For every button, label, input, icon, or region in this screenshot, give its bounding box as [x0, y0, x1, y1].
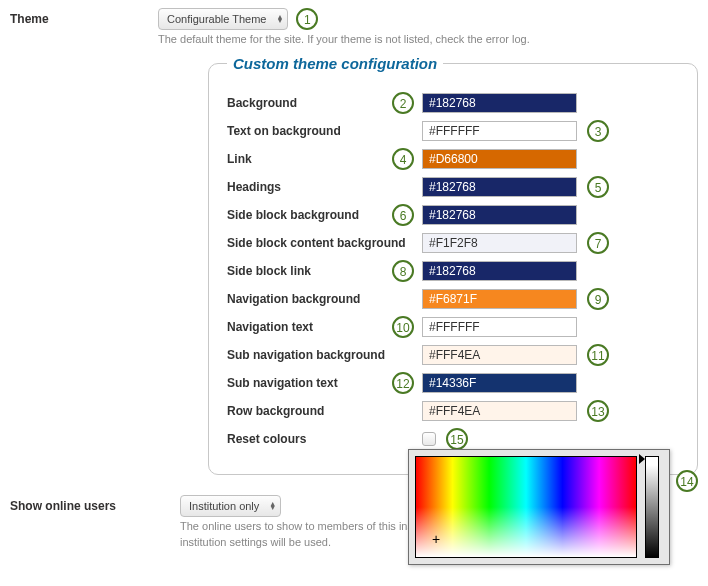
- annotation-marker: 2: [392, 92, 414, 114]
- annotation-marker: 5: [587, 176, 609, 198]
- color-input[interactable]: #182768: [422, 261, 577, 281]
- color-field-label: Side block content background: [227, 236, 422, 250]
- annotation-marker-15: 15: [446, 428, 468, 450]
- theme-select[interactable]: Configurable Theme ▲▼: [158, 8, 288, 30]
- color-field-label: Navigation background: [227, 292, 422, 306]
- color-picker-popup[interactable]: +: [408, 449, 670, 562]
- color-field-label: Text on background: [227, 124, 422, 138]
- theme-select-value: Configurable Theme: [167, 13, 266, 25]
- reset-colours-label: Reset colours: [227, 432, 422, 446]
- color-field-label: Headings: [227, 180, 422, 194]
- annotation-marker: 8: [392, 260, 414, 282]
- color-input[interactable]: #F1F2F8: [422, 233, 577, 253]
- annotation-marker: 13: [587, 400, 609, 422]
- annotation-marker-14: 14: [676, 470, 698, 492]
- annotation-marker: 11: [587, 344, 609, 366]
- annotation-marker: 3: [587, 120, 609, 142]
- color-input[interactable]: #F6871F: [422, 289, 577, 309]
- color-picker-value-slider[interactable]: [645, 456, 659, 558]
- color-picker-spectrum[interactable]: +: [415, 456, 637, 558]
- theme-label: Theme: [10, 8, 158, 26]
- annotation-marker: 6: [392, 204, 414, 226]
- color-input[interactable]: #FFF4EA: [422, 345, 577, 365]
- color-input[interactable]: #182768: [422, 205, 577, 225]
- annotation-marker: 4: [392, 148, 414, 170]
- online-users-select[interactable]: Institution only ▲▼: [180, 495, 281, 517]
- annotation-marker: 10: [392, 316, 414, 338]
- annotation-marker-1: 1: [296, 8, 318, 30]
- value-slider-handle-icon[interactable]: [639, 454, 645, 464]
- color-input[interactable]: #FFFFFF: [422, 317, 577, 337]
- color-field-label: Sub navigation background: [227, 348, 422, 362]
- fieldset-legend: Custom theme configuration: [227, 55, 443, 72]
- online-users-select-value: Institution only: [189, 500, 259, 512]
- theme-help-text: The default theme for the site. If your …: [158, 32, 698, 47]
- color-input[interactable]: #14336F: [422, 373, 577, 393]
- crosshair-icon: +: [432, 531, 440, 547]
- color-input[interactable]: #D66800: [422, 149, 577, 169]
- color-field-label: Row background: [227, 404, 422, 418]
- color-input[interactable]: #182768: [422, 177, 577, 197]
- color-input[interactable]: #FFFFFF: [422, 121, 577, 141]
- color-input[interactable]: #182768: [422, 93, 577, 113]
- annotation-marker: 7: [587, 232, 609, 254]
- annotation-marker: 9: [587, 288, 609, 310]
- online-users-label: Show online users: [10, 495, 180, 513]
- annotation-marker: 12: [392, 372, 414, 394]
- color-input[interactable]: #FFF4EA: [422, 401, 577, 421]
- dropdown-updown-icon: ▲▼: [269, 502, 276, 510]
- dropdown-updown-icon: ▲▼: [276, 15, 283, 23]
- reset-colours-checkbox[interactable]: [422, 432, 436, 446]
- custom-theme-fieldset: Custom theme configuration Background2#1…: [208, 55, 698, 475]
